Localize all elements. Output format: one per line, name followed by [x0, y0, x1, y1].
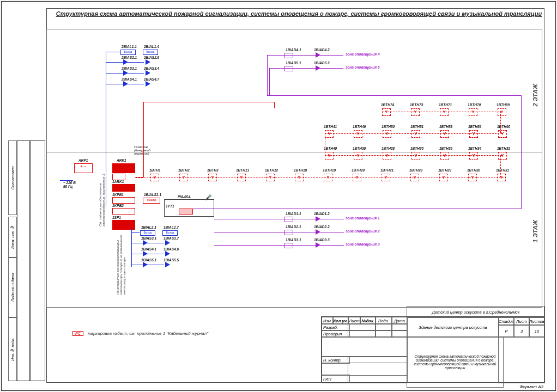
- wire-red-main: [135, 177, 143, 178]
- wire-p-z2: [214, 232, 344, 232]
- detector-icon: Y: [382, 108, 391, 116]
- det-label: 1BTH40: [324, 146, 337, 150]
- wire-b-u4: [106, 84, 144, 84]
- det-label: 1BTH69: [497, 103, 510, 107]
- detector-icon: Y: [354, 152, 362, 160]
- detector-icon: Y: [440, 152, 449, 160]
- detector-icon: Y: [150, 174, 159, 181]
- ark1-inner: 1ARK1: [112, 180, 124, 183]
- krv1-label: 1KPB1: [112, 193, 124, 197]
- wire-bl-v: [131, 229, 132, 267]
- wire-p-bus-up: [267, 55, 268, 95]
- detector-icon: Y: [382, 174, 390, 181]
- power-label: ~ 220 В 50 Гц: [63, 181, 76, 188]
- zone4-label: зона оповещения 4: [346, 52, 380, 56]
- biad2-2: 1BIAD2.2: [314, 225, 330, 229]
- biad3-2: 1BIAD3.3: [314, 238, 330, 242]
- tb-gip: ГИП: [322, 375, 350, 383]
- side-label-sogl: Согласовано: [8, 140, 17, 215]
- det-label: 1BTH21: [380, 168, 393, 172]
- det-label: 1BTH32: [497, 146, 510, 150]
- biad1-2: 1BIAD1.2: [314, 212, 330, 216]
- det-label: 1BTH35: [439, 146, 452, 150]
- det-label: 1BTH58: [439, 125, 452, 128]
- detector-icon: Y: [469, 152, 478, 160]
- biad-box: [284, 217, 293, 222]
- det-label: 1BTH74: [381, 103, 394, 107]
- det-label: 1BTH70: [468, 103, 481, 107]
- wire-p-z1: [214, 219, 344, 219]
- arp1-box: + −: [74, 163, 93, 173]
- speaker-icon: [146, 81, 150, 87]
- det-label: 1BTH28: [409, 168, 422, 172]
- wire-p-z5: [269, 68, 343, 69]
- det-label: 1BTH36: [410, 146, 423, 150]
- bials-l-r1-2: 1BIAL2.7: [164, 225, 179, 229]
- detector-icon: Y: [266, 174, 275, 181]
- bials-u-r1-1: 2BIAL1.1: [122, 45, 137, 48]
- wire-red-stub: [274, 102, 275, 108]
- wire-red-v3: [500, 156, 501, 177]
- yt1-box: [179, 209, 193, 215]
- detector-icon: Y: [497, 174, 506, 181]
- biad5-1: 1BIAD5.1: [286, 61, 301, 65]
- det-label: 1BTH73: [410, 103, 423, 107]
- sp1-label: 1SP1: [112, 216, 121, 219]
- side-col-2: [17, 140, 30, 381]
- biad4-2: 1BIAD4.2: [314, 48, 330, 52]
- wire-bl-2: [131, 243, 164, 243]
- bials-u-r2-1: 2BIAS2.1: [122, 56, 137, 59]
- det-label: 1BTH39: [353, 146, 366, 150]
- detector-icon: Y: [440, 130, 449, 138]
- detector-icon: Y: [411, 108, 420, 116]
- detector-icon: Y: [324, 174, 332, 181]
- drawing-sheet: Инв. № подп. Подпись и дата Взам. инв. №…: [1, 1, 556, 391]
- bials-l-r1-1: 1BIAL2.1: [141, 225, 156, 229]
- bials-l-r2-1: 1BIAS3.1: [141, 236, 156, 240]
- krv1-box: [112, 197, 135, 204]
- detector-icon: Y: [354, 130, 362, 138]
- wire-red-v1: [500, 111, 501, 133]
- speaker-icon: [146, 59, 150, 65]
- biad5-2: 1BIAD5.2: [314, 61, 330, 65]
- tb-project: Детский центр искусств в г.Среднеколымск: [407, 306, 545, 318]
- det-label: 1BTH38: [382, 146, 395, 150]
- speaker-icon: [165, 262, 170, 267]
- power-line: [60, 180, 73, 181]
- bials-u-r1-2: 2BIAL1.4: [144, 45, 159, 48]
- cable-note: PC маркировка кабеля, см. приложение 1 "…: [72, 331, 208, 336]
- wire-bl-3: [131, 254, 164, 254]
- ark1-box: [112, 163, 135, 173]
- bials-u-r2-2: 2BIAS2.5: [144, 56, 159, 59]
- side-label-vzam: Взам. инв. №: [8, 217, 17, 258]
- pm-box: 1YT1 🎤: [164, 199, 214, 217]
- detector-icon: Y: [469, 108, 477, 116]
- detector-icon: Y: [237, 174, 246, 181]
- arp1-label: ARP1: [78, 158, 88, 162]
- wire-p-z4: [267, 55, 343, 56]
- det-label: 1BTH34: [468, 146, 481, 150]
- biad1-1: 1BIAD1.1: [286, 212, 301, 216]
- bials-l-r3-1: 1BIAS4.1: [141, 247, 156, 251]
- detector-icon: Y: [440, 108, 449, 116]
- wire-red-v2: [325, 133, 325, 156]
- det-label: 1BTH71: [439, 103, 452, 107]
- detector-icon: Y: [498, 152, 507, 160]
- biad-box: [284, 230, 293, 235]
- speaker-icon: [146, 70, 150, 76]
- zone2-label: зона оповещения 2: [346, 229, 380, 233]
- detector-icon: Y: [353, 174, 361, 181]
- det-label: 1BTH50: [382, 125, 395, 128]
- tb-listov-v: 10: [529, 324, 545, 338]
- pm-label: РМ-05А: [178, 195, 191, 199]
- det-label: 1BTH3: [207, 168, 219, 172]
- biad4-1: 1BIAD4.1: [286, 48, 301, 52]
- bials-u-r3-2: 2BIAS3.4: [144, 66, 159, 70]
- ark1-inner-box: [112, 184, 135, 192]
- yt1-label: 1YT1: [166, 204, 174, 208]
- detector-icon: Y: [325, 130, 334, 138]
- bials-u-r4-1: 2BIAS4.1: [122, 77, 137, 81]
- bials-l-r4-1: 1BIAS5.1: [141, 258, 156, 262]
- vyhod-box-u2: Выход: [143, 50, 158, 55]
- wire-red-row: [136, 177, 504, 177]
